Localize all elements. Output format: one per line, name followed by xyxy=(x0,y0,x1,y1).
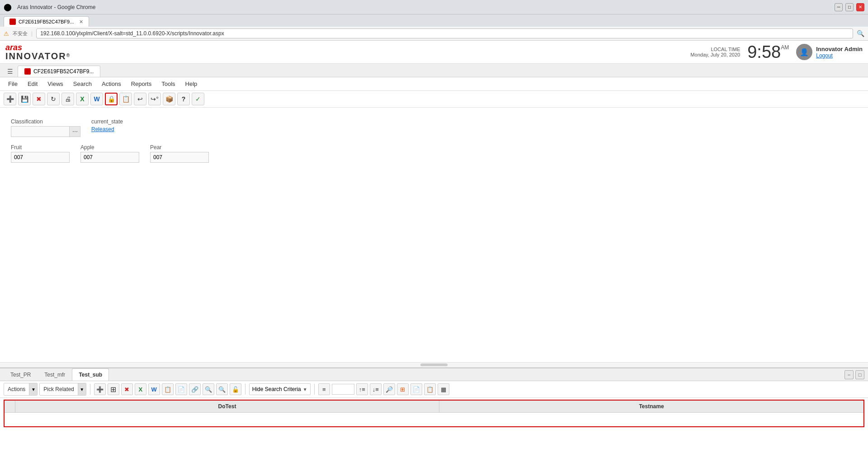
panel-link-button[interactable]: 🔗 xyxy=(189,383,201,395)
menu-reports[interactable]: Reports xyxy=(127,79,156,89)
panel-tabs-bar: Test_PR Test_mfr Test_sub − □ xyxy=(0,368,868,381)
claims-button[interactable]: 📦 xyxy=(163,93,175,105)
logout-link[interactable]: Logout xyxy=(816,52,863,59)
browser-title: Aras Innovator - Google Chrome xyxy=(17,4,835,10)
actions-dropdown-arrow[interactable]: ▼ xyxy=(29,383,37,395)
menu-bar: File Edit Views Search Actions Reports T… xyxy=(0,77,868,91)
pear-input[interactable] xyxy=(150,152,209,163)
local-time-date: Monday, July 20, 2020 xyxy=(690,52,740,57)
help-button[interactable]: ? xyxy=(177,93,190,105)
address-input[interactable]: 192.168.0.100/ylxplm/Client/X-salt=std_1… xyxy=(36,28,853,38)
menu-views[interactable]: Views xyxy=(43,79,67,89)
pick-related-label: Pick Related xyxy=(40,384,77,394)
panel-sort-desc-button[interactable]: ↓≡ xyxy=(370,383,382,395)
panel-search-button[interactable]: 🔍 xyxy=(203,383,214,395)
fruit-input[interactable] xyxy=(11,152,70,163)
hide-search-button[interactable]: Hide Search Criteria ▼ xyxy=(249,383,311,395)
grid-header-checkbox xyxy=(5,401,15,412)
menu-actions[interactable]: Actions xyxy=(97,79,126,89)
grid-header-testname[interactable]: Testname xyxy=(439,401,863,412)
fruit-field: Fruit xyxy=(11,144,70,163)
hide-search-arrow[interactable]: ▼ xyxy=(303,387,307,392)
menu-help[interactable]: Help xyxy=(181,79,202,89)
menu-edit[interactable]: Edit xyxy=(23,79,42,89)
redo-button[interactable]: ↪° xyxy=(148,93,161,105)
tab-close-icon[interactable]: ✕ xyxy=(79,19,83,25)
hamburger-menu-button[interactable]: ☰ xyxy=(4,66,17,77)
panel-clear-button[interactable]: 🔓 xyxy=(230,383,241,395)
save-button[interactable]: 💾 xyxy=(18,93,31,105)
current-state-link[interactable]: Released xyxy=(91,126,123,132)
menu-search[interactable]: Search xyxy=(69,79,96,89)
lock-button[interactable]: 🔒 xyxy=(105,93,118,105)
main-content: Classification ⋯ current_state Released … xyxy=(0,108,868,362)
undo-button[interactable]: ↩ xyxy=(134,93,146,105)
apple-field: Apple xyxy=(80,144,139,163)
panel-search2-button[interactable]: 🔍 xyxy=(216,383,228,395)
menu-file[interactable]: File xyxy=(4,79,22,89)
classification-input[interactable] xyxy=(11,126,70,137)
panel-controls: − □ xyxy=(844,370,864,379)
panel-matrix-button[interactable]: ⊞ xyxy=(397,383,409,395)
panel-sort-asc-button[interactable]: ↑≡ xyxy=(356,383,368,395)
search-icon[interactable]: 🔍 xyxy=(857,30,864,37)
logo-reg: ® xyxy=(66,53,70,58)
pick-related-arrow[interactable]: ▼ xyxy=(78,383,86,395)
add-button[interactable]: ➕ xyxy=(4,93,16,105)
panel-copy2-button[interactable]: 📄 xyxy=(410,383,422,395)
word-button[interactable]: W xyxy=(90,93,103,105)
grid-body xyxy=(5,413,863,426)
app-tab-bar: ☰ CF2E619FB52C47BF9... xyxy=(0,64,868,77)
form-row-1: Classification ⋯ current_state Released xyxy=(11,118,857,137)
drag-handle-row[interactable] xyxy=(0,362,868,368)
panel-search-input[interactable] xyxy=(332,384,354,395)
panel-maximize-button[interactable]: □ xyxy=(855,370,864,379)
time-ampm: AM xyxy=(781,44,789,51)
app-container: aras INNOVATOR® LOCAL TIME Monday, July … xyxy=(0,41,868,467)
close-button[interactable]: ✕ xyxy=(856,3,864,11)
panel-select-button[interactable]: ⊞ xyxy=(108,383,119,395)
panel-grid-button[interactable]: ▦ xyxy=(438,383,449,395)
excel-button[interactable]: X xyxy=(76,93,89,105)
menu-tools[interactable]: Tools xyxy=(157,79,179,89)
classification-browse-button[interactable]: ⋯ xyxy=(70,126,80,137)
tab-test-sub[interactable]: Test_sub xyxy=(72,368,109,381)
panel-paste-button[interactable]: 📄 xyxy=(175,383,187,395)
panel-resize-handle[interactable] xyxy=(420,363,448,366)
user-section: 👤 Innovator Admin Logout xyxy=(796,44,863,60)
pear-label: Pear xyxy=(150,144,209,151)
delete-button[interactable]: ✖ xyxy=(33,93,45,105)
maximize-button[interactable]: □ xyxy=(845,3,854,11)
app-tab-icon xyxy=(24,68,31,75)
panel-tabs: Test_PR Test_mfr Test_sub xyxy=(4,368,109,381)
actions-dropdown[interactable]: Actions ▼ xyxy=(4,383,38,396)
refresh-button[interactable]: ↻ xyxy=(47,93,60,105)
apple-label: Apple xyxy=(80,144,139,151)
panel-list-button[interactable]: ≡ xyxy=(318,383,330,395)
panel-minimize-button[interactable]: − xyxy=(844,370,854,379)
tab-test-pr[interactable]: Test_PR xyxy=(4,368,38,381)
panel-delete-button[interactable]: ✖ xyxy=(121,383,133,395)
tab-test-mfr[interactable]: Test_mfr xyxy=(38,368,72,381)
browser-tab[interactable]: CF2E619FB52C47BF9... ✕ xyxy=(4,16,89,27)
header-right: LOCAL TIME Monday, July 20, 2020 9:58 AM… xyxy=(690,43,863,61)
panel-excel-button[interactable]: X xyxy=(135,383,146,395)
check-button[interactable]: ✓ xyxy=(192,93,204,105)
app-tab-main[interactable]: CF2E619FB52C47BF9... xyxy=(18,66,100,77)
panel-paste2-button[interactable]: 📋 xyxy=(424,383,436,395)
security-label: 不安全 xyxy=(13,30,28,37)
panel-add-button[interactable]: ➕ xyxy=(94,383,106,395)
panel-word-button[interactable]: W xyxy=(148,383,160,395)
logo-innovator-text: INNOVATOR xyxy=(5,51,66,61)
promote-button[interactable]: 📋 xyxy=(119,93,132,105)
pick-related-button[interactable]: Pick Related ▼ xyxy=(39,383,86,396)
panel-zoom-button[interactable]: 🔎 xyxy=(383,383,395,395)
minimize-button[interactable]: ─ xyxy=(835,3,843,11)
apple-input[interactable] xyxy=(80,152,139,163)
grid-header-dotest[interactable]: DoTest xyxy=(15,401,439,412)
print-button[interactable]: 🖨 xyxy=(61,93,74,105)
address-bar-row: ⚠ 不安全 | 192.168.0.100/ylxplm/Client/X-sa… xyxy=(0,27,868,41)
panel-copy-button[interactable]: 📋 xyxy=(162,383,174,395)
toolbar-separator-3 xyxy=(314,384,315,395)
time-section: LOCAL TIME Monday, July 20, 2020 xyxy=(690,47,740,57)
